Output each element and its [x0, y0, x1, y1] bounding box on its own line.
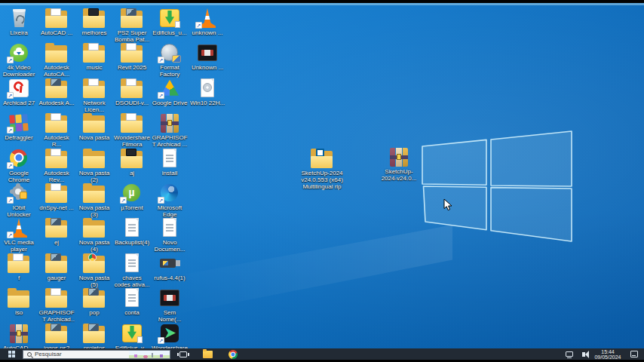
download-icon	[157, 8, 182, 29]
desktop-icon-autodesk-r[interactable]: Autodesk R...	[38, 112, 75, 148]
folder-icon	[44, 42, 69, 63]
desktop-icon-label: pop	[76, 309, 112, 316]
task-view-icon	[179, 351, 187, 357]
desktop-icon-backuplist-4[interactable]: Backuplist(4)	[114, 217, 150, 246]
desktop-icon-graphisoft-archicad-2[interactable]: GRAPHISOFT Archicad 2...	[38, 287, 75, 323]
cone-icon: ↗	[195, 8, 220, 29]
volume-icon[interactable]	[582, 352, 585, 357]
taskbar-clock[interactable]: 15:44 09/05/2024	[591, 349, 624, 360]
desktop-icon-nova-pasta[interactable]: Nova pasta	[76, 112, 112, 141]
utorrent-icon: µ↗	[119, 183, 145, 204]
desktop-icon-autodesk-autoca[interactable]: Autodesk AutoCA...	[38, 42, 75, 78]
desktop-icon-aj[interactable]: aj	[114, 148, 150, 176]
clock-time: 15:44	[591, 349, 624, 354]
desktop-icon-4k-video-downloader[interactable]: ↗4k Video Downloader	[1, 42, 37, 78]
desktop-icon-music[interactable]: music	[76, 42, 112, 71]
desktop-icon-google-drive[interactable]: ↗Google Drive	[152, 78, 188, 106]
desktop-icon-microsoft-edge[interactable]: ↗Microsoft Edge	[152, 183, 188, 218]
desktop-icon-torrent[interactable]: µ↗µTorrent	[114, 183, 150, 211]
shortcut-arrow-icon: ↗	[158, 337, 164, 344]
desktop-icon-dsoudi-v[interactable]: DSOUDI-v...	[114, 78, 150, 106]
desktop-icon-label: Nova pasta (3)	[76, 204, 112, 218]
desktop-icon-label: Nova pasta (5)	[76, 275, 112, 288]
gear-icon: ↗	[6, 183, 32, 204]
file-explorer-button[interactable]	[195, 348, 220, 360]
desktop-icon-novo-documen[interactable]: Novo Documen...	[152, 217, 188, 253]
desktop-icon-revit-2025[interactable]: Revit 2025	[114, 42, 150, 71]
desktop-icon-google-chrome[interactable]: ↗Google Chrome	[1, 148, 37, 183]
desktop-icon-label: Win10 22H...	[189, 100, 225, 106]
folder-icon	[81, 112, 107, 133]
desktop-icon-win10-22h[interactable]: Win10 22H...	[189, 78, 225, 106]
desktop-icon-conta[interactable]: conta	[114, 287, 150, 316]
desktop-icon-label: aj	[114, 170, 150, 176]
desktop-icon-unknown[interactable]: Unknown ...	[189, 42, 225, 71]
desktop-icon-nova-pasta-4[interactable]: Nova pasta (4)	[76, 217, 112, 253]
desktop-icon-label: AutoCAD ...	[38, 29, 75, 36]
task-view-button[interactable]	[170, 348, 195, 360]
desktop-icon-wondershare-filmora[interactable]: Wondershare Filmora	[114, 112, 150, 148]
desktop-icon-label: Autodesk AutoCA...	[38, 64, 75, 78]
desktop-icon-graphisoft-archicad[interactable]: GRAPHISOFT Archicad ...	[152, 112, 188, 148]
start-button[interactable]	[0, 348, 23, 360]
desktop-icon-f[interactable]: f	[1, 253, 37, 281]
desktop-icon-label: install	[152, 170, 188, 176]
desktop[interactable]: LixeiraAutoCAD ...melhoresPS2 Super Bomb…	[0, 3, 644, 348]
desktop-icon-ej[interactable]: ej	[38, 217, 75, 246]
doc-icon	[119, 253, 145, 274]
desktop-icon-projetos[interactable]: projetos	[76, 323, 112, 351]
windows-logo-icon	[8, 351, 15, 357]
desktop-icon-iobit-unlocker[interactable]: ↗IObit Unlocker	[1, 183, 37, 218]
desktop-icon-autodesk-a[interactable]: Autodesk A...	[38, 78, 75, 106]
folder-doc-icon	[81, 78, 107, 99]
desktop-icon-sketchup-2024-v24-0[interactable]: SketchUp-2024-v24.0...	[378, 146, 420, 182]
desktop-icon-melhores[interactable]: melhores	[76, 8, 112, 36]
desktop-icon-sem-nome[interactable]: Sem Nome(...	[152, 287, 188, 323]
usb-icon	[157, 253, 182, 274]
desktop-icon-lixeira[interactable]: Lixeira	[1, 8, 37, 36]
desktop-icon-gauger[interactable]: gauger	[38, 253, 75, 281]
system-tray: 15:44 09/05/2024	[566, 348, 644, 360]
desktop-icon-nova-pasta-2[interactable]: Nova pasta (2)	[76, 148, 112, 183]
image-dark-icon	[157, 287, 182, 308]
desktop-icon-label: Backuplist(4)	[114, 239, 150, 246]
desktop-icon-defraggler[interactable]: ↗Defraggler	[1, 112, 37, 141]
doc-icon	[157, 148, 182, 169]
folder-photo-icon	[119, 8, 145, 29]
desktop-icon-archicad-27[interactable]: ↗Archicad 27	[1, 78, 37, 106]
desktop-icon-jogos-ps2[interactable]: jogos ps2	[38, 323, 75, 351]
disc-icon	[195, 78, 220, 99]
desktop-icon-vlc-media-player[interactable]: ↗VLC media player	[1, 217, 37, 253]
desktop-icon-edificius-v[interactable]: Edificius_v...	[114, 323, 150, 351]
desktop-icon-autocad[interactable]: AutoCAD ...	[38, 8, 75, 36]
desktop-icon-label: chaves codes ativa...	[114, 275, 150, 288]
desktop-icon-unknown[interactable]: ↗unknown ...	[189, 8, 225, 36]
desktop-icon-sketchup-2024-v24-0-553-x64-multilingual-rip[interactable]: SketchUp-2024 v24.0.553 (x64) Multilingu…	[301, 148, 343, 190]
shortcut-arrow-icon: ↗	[195, 22, 202, 29]
desktop-icon-rufus-4-4-1[interactable]: rufus-4.4(1)	[152, 253, 188, 281]
folder-doc-icon	[119, 78, 145, 99]
action-center-icon[interactable]	[630, 351, 638, 357]
desktop-icon-nova-pasta-3[interactable]: Nova pasta (3)	[76, 183, 112, 218]
desktop-icon-dnspy-net[interactable]: dnSpy-net ...	[38, 183, 75, 211]
chrome-taskbar-button[interactable]	[220, 348, 245, 360]
file-explorer-icon	[203, 351, 213, 358]
desktop-icon-pop[interactable]: pop	[76, 287, 112, 316]
desktop-icon-chaves-codes-ativa[interactable]: chaves codes ativa...	[114, 253, 150, 288]
search-input[interactable]	[35, 351, 129, 357]
desktop-icon-autodesk-rev[interactable]: Autodesk Rev...	[38, 148, 75, 183]
desktop-icon-edificius-u[interactable]: Edificius_u...	[152, 8, 188, 36]
network-icon[interactable]	[566, 351, 573, 357]
desktop-icon-label: Novo Documen...	[152, 239, 188, 253]
desktop-icon-iso[interactable]: iso	[1, 287, 37, 316]
taskbar-search[interactable]	[23, 350, 170, 359]
desktop-icon-format-factory[interactable]: ↗Format Factory	[152, 42, 188, 78]
desktop-icon-install[interactable]: install	[152, 148, 188, 176]
shortcut-arrow-icon: ↗	[7, 127, 14, 133]
desktop-icon-label: Network Licen...	[76, 100, 112, 113]
desktop-icon-nova-pasta-5[interactable]: Nova pasta (5)	[76, 253, 112, 288]
desktop-icon-network-licen[interactable]: Network Licen...	[76, 78, 112, 113]
desktop-icon-ps2-super-bomba-pat[interactable]: PS2 Super Bomba Pat...	[114, 8, 150, 43]
clock-date: 09/05/2024	[591, 354, 624, 360]
desktop-icon-label: µTorrent	[114, 204, 150, 211]
